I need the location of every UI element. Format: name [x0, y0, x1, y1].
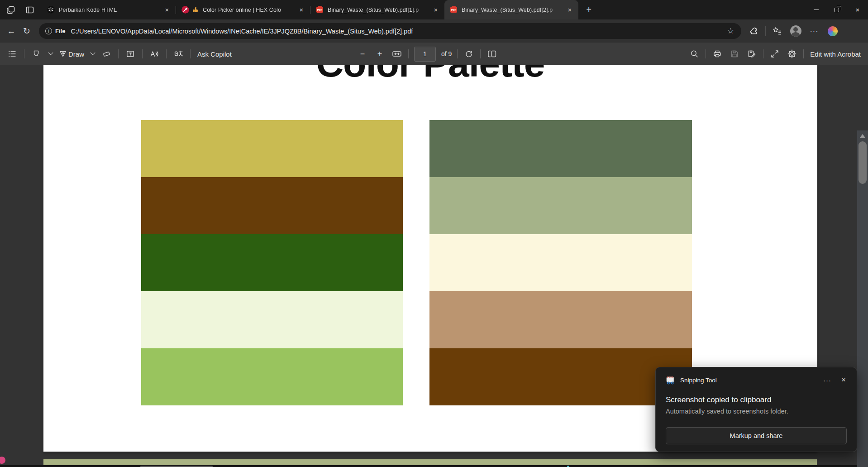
- search-button[interactable]: [688, 47, 700, 61]
- draw-dropdown-chevron-icon[interactable]: [90, 50, 95, 55]
- tab-close-button[interactable]: ×: [565, 5, 575, 15]
- translate-button[interactable]: [172, 47, 184, 61]
- highlight-dropdown-chevron-icon[interactable]: [48, 50, 53, 55]
- erase-button[interactable]: [100, 47, 112, 61]
- tab-strip-controls: [0, 5, 42, 14]
- pdf-toolbar-center: − + of 9: [357, 43, 498, 65]
- restore-icon: [835, 8, 839, 12]
- extensions-button[interactable]: [747, 24, 761, 39]
- gear-icon: [787, 49, 796, 58]
- tab-perbaikan-kode-html[interactable]: Perbaikan Kode HTML ×: [42, 0, 176, 19]
- scroll-up-arrow-icon[interactable]: [860, 134, 865, 138]
- page-title: Color Palette: [43, 65, 817, 82]
- print-icon: [713, 49, 722, 58]
- favorites-button[interactable]: [770, 24, 784, 39]
- add-text-button[interactable]: [124, 47, 136, 61]
- tab-close-button[interactable]: ×: [431, 5, 441, 15]
- workspaces-icon[interactable]: [25, 5, 34, 14]
- rotate-button[interactable]: [463, 47, 475, 61]
- zoom-in-button[interactable]: +: [374, 47, 386, 61]
- ask-copilot-button[interactable]: Ask Copilot: [196, 47, 232, 61]
- next-page-element: [0, 457, 5, 464]
- url-text[interactable]: C:/Users/LENOVO/AppData/Local/Microsoft/…: [71, 28, 724, 35]
- edit-with-acrobat-label: Edit with Acrobat: [810, 50, 861, 58]
- tab-actions-icon[interactable]: [6, 5, 15, 14]
- save-icon: [730, 49, 739, 58]
- color-palette-left-column: [141, 120, 403, 405]
- new-tab-button[interactable]: +: [582, 3, 596, 17]
- enter-fullscreen-button[interactable]: [769, 47, 781, 61]
- tab-close-button[interactable]: ×: [296, 5, 306, 15]
- save-as-button[interactable]: [746, 47, 758, 61]
- save-as-icon: [747, 49, 756, 58]
- copilot-icon: [828, 26, 838, 36]
- next-page-dark-band: [0, 465, 868, 467]
- toolbar-separator: [803, 49, 804, 58]
- edit-with-acrobat-button[interactable]: Edit with Acrobat: [809, 47, 861, 61]
- vertical-scrollbar[interactable]: [857, 130, 868, 467]
- tab-pdf-2-active[interactable]: PDF Binary_Waste_(Situs_Web).pdf[2].p ×: [444, 0, 578, 19]
- pdf-toolbar-left: Draw: [6, 43, 232, 65]
- pdf-settings-button[interactable]: [786, 47, 798, 61]
- back-button[interactable]: ←: [4, 24, 19, 39]
- tab-title: Perbaikan Kode HTML: [59, 7, 162, 13]
- page-number-input[interactable]: [414, 47, 436, 62]
- next-page-top-edge: [43, 459, 817, 465]
- site-info-badge[interactable]: i File: [45, 28, 65, 34]
- file-protocol-label: File: [55, 28, 65, 34]
- diagonal-expand-icon: [770, 49, 779, 58]
- color-swatch: [141, 234, 403, 291]
- puzzle-icon: [749, 27, 758, 36]
- tab-color-picker[interactable]: Color Picker online | HEX Colo ×: [176, 0, 310, 19]
- notification-more-button[interactable]: ···: [817, 376, 838, 384]
- toolbar-separator: [765, 26, 766, 36]
- toolbar-separator: [190, 49, 191, 58]
- page-view-button[interactable]: [486, 47, 498, 61]
- read-aloud-button[interactable]: [148, 47, 160, 61]
- pdf-toolbar: Draw: [0, 43, 868, 65]
- tab-title: Binary_Waste_(Situs_Web).pdf[2].p: [462, 7, 565, 13]
- fit-to-width-button[interactable]: [391, 47, 403, 61]
- zoom-out-button[interactable]: −: [357, 47, 368, 61]
- text-box-icon: [126, 49, 135, 58]
- draw-label: Draw: [68, 50, 84, 58]
- profile-button[interactable]: [788, 24, 803, 39]
- url-field[interactable]: i File C:/Users/LENOVO/AppData/Local/Mic…: [39, 23, 741, 39]
- read-aloud-icon: [150, 49, 159, 58]
- avatar: [790, 25, 801, 37]
- chatgpt-icon: [47, 6, 55, 14]
- highlight-button[interactable]: [30, 47, 42, 61]
- close-button[interactable]: ×: [847, 0, 868, 19]
- draw-button[interactable]: Draw: [58, 47, 84, 61]
- window-controls: ×: [806, 0, 868, 19]
- table-of-contents-button[interactable]: [6, 47, 18, 61]
- settings-more-button[interactable]: ···: [807, 24, 821, 39]
- copilot-button[interactable]: [825, 24, 840, 39]
- pdf-toolbar-right: Edit with Acrobat: [688, 43, 861, 65]
- toolbar-separator: [166, 49, 167, 58]
- color-swatch: [141, 348, 403, 405]
- restore-button[interactable]: [826, 0, 847, 19]
- print-button[interactable]: [711, 47, 723, 61]
- tab-close-button[interactable]: ×: [162, 5, 172, 15]
- refresh-button[interactable]: ↻: [19, 24, 34, 39]
- bookmark-star-icon[interactable]: ☆: [725, 26, 737, 36]
- save-button[interactable]: [729, 47, 740, 61]
- color-swatch: [141, 291, 403, 348]
- color-swatch: [429, 348, 692, 405]
- notification-title: Screenshot copied to clipboard: [666, 395, 771, 404]
- scrollbar-thumb[interactable]: [858, 141, 867, 184]
- thumbs-up-icon: [192, 6, 199, 14]
- minimize-button[interactable]: [806, 0, 826, 19]
- highlighter-icon: [32, 49, 41, 58]
- eraser-icon: [102, 49, 111, 58]
- toolbar-separator: [480, 49, 481, 58]
- toolbar-separator: [706, 49, 706, 58]
- color-swatch: [429, 120, 692, 177]
- tab-pdf-1[interactable]: PDF Binary_Waste_(Situs_Web).pdf[1].p ×: [310, 0, 444, 19]
- markup-and-share-button[interactable]: Markup and share: [666, 427, 847, 444]
- notification-header: Snipping Tool ··· ×: [666, 375, 849, 385]
- notification-close-button[interactable]: ×: [838, 376, 849, 385]
- address-bar: ← ↻ i File C:/Users/LENOVO/AppData/Local…: [0, 19, 868, 43]
- page-count-label: of 9: [441, 50, 452, 58]
